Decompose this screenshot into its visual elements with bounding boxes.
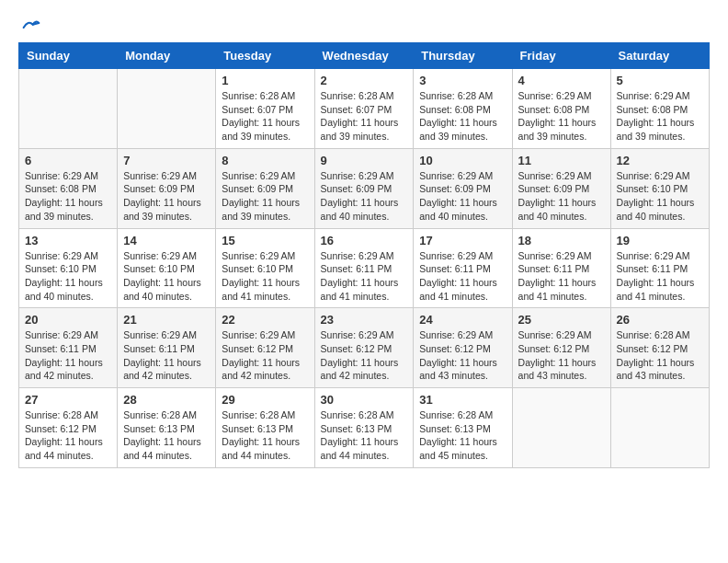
day-number: 4	[518, 74, 605, 87]
day-number: 30	[321, 393, 408, 407]
day-info: Sunrise: 6:28 AM Sunset: 6:07 PM Dayligh…	[222, 89, 308, 144]
logo	[18, 18, 40, 33]
day-number: 23	[321, 313, 408, 327]
day-info: Sunrise: 6:29 AM Sunset: 6:09 PM Dayligh…	[222, 169, 308, 224]
day-info: Sunrise: 6:29 AM Sunset: 6:08 PM Dayligh…	[25, 169, 111, 224]
day-number: 15	[222, 234, 308, 247]
day-info: Sunrise: 6:28 AM Sunset: 6:13 PM Dayligh…	[222, 408, 308, 463]
day-number: 18	[518, 234, 605, 247]
calendar-cell: 30Sunrise: 6:28 AM Sunset: 6:13 PM Dayli…	[314, 388, 414, 468]
weekday-header-sunday: Sunday	[19, 43, 118, 69]
calendar-cell: 1Sunrise: 6:28 AM Sunset: 6:07 PM Daylig…	[216, 69, 314, 149]
weekday-header-thursday: Thursday	[414, 43, 512, 69]
day-number: 8	[222, 154, 308, 167]
day-number: 7	[123, 154, 210, 167]
day-info: Sunrise: 6:29 AM Sunset: 6:12 PM Dayligh…	[518, 328, 605, 383]
calendar-cell: 9Sunrise: 6:29 AM Sunset: 6:09 PM Daylig…	[314, 148, 414, 228]
calendar-cell: 7Sunrise: 6:29 AM Sunset: 6:09 PM Daylig…	[118, 148, 216, 228]
day-number: 20	[25, 313, 111, 327]
day-info: Sunrise: 6:29 AM Sunset: 6:10 PM Dayligh…	[25, 249, 111, 304]
calendar-cell: 20Sunrise: 6:29 AM Sunset: 6:11 PM Dayli…	[19, 308, 118, 388]
day-info: Sunrise: 6:28 AM Sunset: 6:13 PM Dayligh…	[419, 408, 506, 463]
calendar-cell: 6Sunrise: 6:29 AM Sunset: 6:08 PM Daylig…	[19, 148, 118, 228]
calendar-cell: 21Sunrise: 6:29 AM Sunset: 6:11 PM Dayli…	[118, 308, 216, 388]
day-info: Sunrise: 6:29 AM Sunset: 6:12 PM Dayligh…	[419, 328, 506, 383]
day-number: 17	[419, 234, 506, 247]
calendar-cell: 5Sunrise: 6:29 AM Sunset: 6:08 PM Daylig…	[610, 69, 709, 149]
day-info: Sunrise: 6:29 AM Sunset: 6:11 PM Dayligh…	[617, 249, 703, 304]
calendar-cell: 19Sunrise: 6:29 AM Sunset: 6:11 PM Dayli…	[610, 228, 709, 308]
logo-icon	[22, 18, 40, 37]
day-info: Sunrise: 6:29 AM Sunset: 6:09 PM Dayligh…	[518, 169, 605, 224]
day-number: 2	[321, 74, 408, 87]
calendar-cell: 10Sunrise: 6:29 AM Sunset: 6:09 PM Dayli…	[414, 148, 512, 228]
calendar-cell: 31Sunrise: 6:28 AM Sunset: 6:13 PM Dayli…	[414, 388, 512, 468]
calendar-cell: 13Sunrise: 6:29 AM Sunset: 6:10 PM Dayli…	[19, 228, 118, 308]
weekday-header-friday: Friday	[512, 43, 610, 69]
day-info: Sunrise: 6:29 AM Sunset: 6:11 PM Dayligh…	[518, 249, 605, 304]
day-number: 28	[123, 393, 210, 407]
calendar-cell: 2Sunrise: 6:28 AM Sunset: 6:07 PM Daylig…	[314, 69, 414, 149]
calendar-cell: 28Sunrise: 6:28 AM Sunset: 6:13 PM Dayli…	[118, 388, 216, 468]
day-info: Sunrise: 6:29 AM Sunset: 6:09 PM Dayligh…	[123, 169, 210, 224]
day-number: 1	[222, 74, 308, 87]
day-info: Sunrise: 6:29 AM Sunset: 6:10 PM Dayligh…	[617, 169, 703, 224]
day-info: Sunrise: 6:29 AM Sunset: 6:08 PM Dayligh…	[518, 89, 605, 144]
day-info: Sunrise: 6:28 AM Sunset: 6:13 PM Dayligh…	[123, 408, 210, 463]
calendar-cell: 14Sunrise: 6:29 AM Sunset: 6:10 PM Dayli…	[118, 228, 216, 308]
day-info: Sunrise: 6:29 AM Sunset: 6:11 PM Dayligh…	[25, 328, 111, 383]
day-number: 6	[25, 154, 111, 167]
calendar-cell: 8Sunrise: 6:29 AM Sunset: 6:09 PM Daylig…	[216, 148, 314, 228]
calendar-cell: 12Sunrise: 6:29 AM Sunset: 6:10 PM Dayli…	[610, 148, 709, 228]
day-number: 29	[222, 393, 308, 407]
day-info: Sunrise: 6:29 AM Sunset: 6:09 PM Dayligh…	[321, 169, 408, 224]
calendar-cell: 23Sunrise: 6:29 AM Sunset: 6:12 PM Dayli…	[314, 308, 414, 388]
calendar-cell: 22Sunrise: 6:29 AM Sunset: 6:12 PM Dayli…	[216, 308, 314, 388]
day-info: Sunrise: 6:28 AM Sunset: 6:12 PM Dayligh…	[617, 328, 703, 383]
day-number: 5	[617, 74, 703, 87]
calendar-cell: 11Sunrise: 6:29 AM Sunset: 6:09 PM Dayli…	[512, 148, 610, 228]
weekday-header-saturday: Saturday	[610, 43, 709, 69]
day-number: 13	[25, 234, 111, 247]
calendar-cell: 16Sunrise: 6:29 AM Sunset: 6:11 PM Dayli…	[314, 228, 414, 308]
calendar-cell	[19, 69, 118, 149]
day-number: 11	[518, 154, 605, 167]
calendar-cell: 4Sunrise: 6:29 AM Sunset: 6:08 PM Daylig…	[512, 69, 610, 149]
day-number: 14	[123, 234, 210, 247]
day-info: Sunrise: 6:29 AM Sunset: 6:10 PM Dayligh…	[123, 249, 210, 304]
day-info: Sunrise: 6:29 AM Sunset: 6:12 PM Dayligh…	[321, 328, 408, 383]
weekday-header-wednesday: Wednesday	[314, 43, 414, 69]
day-info: Sunrise: 6:29 AM Sunset: 6:11 PM Dayligh…	[419, 249, 506, 304]
day-number: 10	[419, 154, 506, 167]
day-info: Sunrise: 6:29 AM Sunset: 6:08 PM Dayligh…	[617, 89, 703, 144]
day-number: 25	[518, 313, 605, 327]
day-number: 22	[222, 313, 308, 327]
calendar-cell: 29Sunrise: 6:28 AM Sunset: 6:13 PM Dayli…	[216, 388, 314, 468]
day-info: Sunrise: 6:29 AM Sunset: 6:10 PM Dayligh…	[222, 249, 308, 304]
day-number: 12	[617, 154, 703, 167]
calendar-cell: 15Sunrise: 6:29 AM Sunset: 6:10 PM Dayli…	[216, 228, 314, 308]
day-info: Sunrise: 6:29 AM Sunset: 6:11 PM Dayligh…	[123, 328, 210, 383]
weekday-header-monday: Monday	[118, 43, 216, 69]
calendar-cell: 18Sunrise: 6:29 AM Sunset: 6:11 PM Dayli…	[512, 228, 610, 308]
calendar-cell	[610, 388, 709, 468]
day-number: 24	[419, 313, 506, 327]
calendar-cell	[512, 388, 610, 468]
calendar-table: SundayMondayTuesdayWednesdayThursdayFrid…	[18, 42, 710, 468]
day-number: 26	[617, 313, 703, 327]
day-info: Sunrise: 6:29 AM Sunset: 6:12 PM Dayligh…	[222, 328, 308, 383]
day-number: 31	[419, 393, 506, 407]
calendar-cell: 26Sunrise: 6:28 AM Sunset: 6:12 PM Dayli…	[610, 308, 709, 388]
day-number: 21	[123, 313, 210, 327]
day-number: 16	[321, 234, 408, 247]
calendar-cell: 27Sunrise: 6:28 AM Sunset: 6:12 PM Dayli…	[19, 388, 118, 468]
day-number: 27	[25, 393, 111, 407]
page-header	[18, 18, 710, 33]
weekday-header-tuesday: Tuesday	[216, 43, 314, 69]
day-info: Sunrise: 6:28 AM Sunset: 6:08 PM Dayligh…	[419, 89, 506, 144]
calendar-cell: 17Sunrise: 6:29 AM Sunset: 6:11 PM Dayli…	[414, 228, 512, 308]
day-number: 3	[419, 74, 506, 87]
calendar-cell	[118, 69, 216, 149]
day-info: Sunrise: 6:28 AM Sunset: 6:12 PM Dayligh…	[25, 408, 111, 463]
calendar-cell: 3Sunrise: 6:28 AM Sunset: 6:08 PM Daylig…	[414, 69, 512, 149]
